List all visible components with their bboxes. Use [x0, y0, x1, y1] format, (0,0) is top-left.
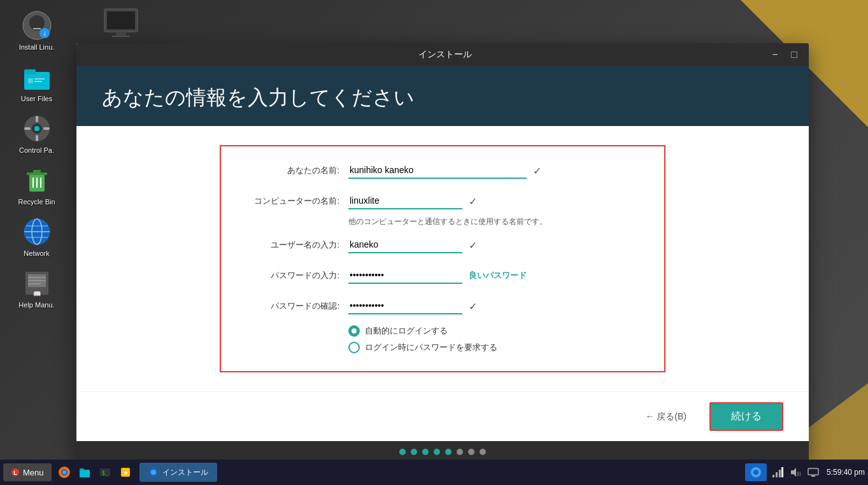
desktop-icon-user-files[interactable]: User Files: [8, 58, 66, 106]
maximize-button[interactable]: □: [787, 48, 801, 62]
taskbar-volume-icon[interactable]: )))): [788, 465, 802, 479]
require-password-row: ログイン時にパスワードを要求する: [246, 342, 639, 353]
taskbar-network-icon[interactable]: [771, 465, 785, 479]
name-input[interactable]: [348, 162, 527, 179]
require-password-label: ログイン時にパスワードを要求する: [365, 342, 497, 353]
svg-rect-37: [112, 36, 130, 37]
menu-icon: L: [11, 468, 20, 477]
desktop-icon-help[interactable]: 📖 Help Manu.: [8, 264, 66, 313]
computer-input[interactable]: [348, 193, 462, 209]
auto-login-radio-circle: [348, 325, 360, 337]
svg-text:L: L: [13, 470, 17, 476]
svg-rect-7: [28, 78, 33, 83]
svg-rect-15: [43, 127, 50, 130]
installer-window: インストール − □ あなたの情報を入力してください あなたの名前: ✓: [76, 43, 809, 463]
help-label: Help Manu.: [18, 301, 54, 309]
confirm-input[interactable]: [348, 298, 462, 314]
dot-4: [434, 449, 440, 455]
desktop-icon-recycle-bin[interactable]: Recycle Bin: [8, 161, 66, 209]
computer-check-icon: ✓: [469, 195, 477, 207]
window-titlebar: インストール − □: [76, 43, 809, 66]
continue-button[interactable]: 続ける: [709, 402, 783, 431]
username-field-wrap: ✓: [348, 237, 639, 253]
taskbar-active-icon[interactable]: [745, 463, 767, 481]
auto-login-row: 自動的にログインする: [246, 325, 639, 337]
svg-rect-6: [24, 69, 36, 74]
name-field-wrap: ✓: [348, 162, 639, 179]
taskbar-right-area: )))) 5:59:40 pm: [745, 463, 865, 481]
recycle-bin-label: Recycle Bin: [18, 198, 55, 206]
svg-rect-36: [116, 32, 126, 36]
taskbar-quick-icons: $_ ★: [55, 463, 134, 481]
name-label: あなたの名前:: [246, 165, 348, 176]
dot-8: [480, 449, 486, 455]
taskbar-terminal-icon[interactable]: $_: [96, 463, 114, 481]
svg-rect-8: [34, 78, 45, 80]
svg-rect-13: [36, 135, 38, 141]
dot-1: [399, 449, 406, 455]
auto-login-radio[interactable]: 自動的にログインする: [348, 325, 448, 337]
window-content: あなたの名前: ✓ コンピューターの名前: ✓ 他のコンピューターと通信するとき…: [76, 126, 809, 391]
password-input[interactable]: [348, 267, 462, 284]
username-label: ユーザー名の入力:: [246, 239, 348, 251]
computer-label: コンピューターの名前:: [246, 195, 348, 207]
taskbar-files-icon[interactable]: [76, 463, 94, 481]
password-label: パスワードの入力:: [246, 270, 348, 281]
svg-rect-9: [34, 81, 42, 82]
svg-rect-2: [33, 28, 41, 29]
username-row: ユーザー名の入力: ✓: [246, 234, 639, 257]
taskbar-screen-icon[interactable]: [806, 465, 820, 479]
confirm-label: パスワードの確認:: [246, 300, 348, 312]
taskbar-extra-icon[interactable]: ★: [117, 463, 134, 481]
window-footer: ← 戻る(B) 続ける: [76, 391, 809, 441]
computer-name-row: コンピューターの名前: ✓: [246, 190, 639, 213]
control-panel-label: Control Pa.: [19, 146, 54, 154]
window-controls: − □: [768, 48, 801, 62]
menu-button[interactable]: L Menu: [3, 463, 52, 481]
username-check-icon: ✓: [469, 239, 477, 251]
svg-rect-55: [779, 470, 781, 477]
svg-point-42: [62, 470, 66, 474]
install-label: Install Linu.: [19, 43, 55, 51]
taskbar-app-label: インストール: [162, 467, 208, 478]
confirm-field-wrap: ✓: [348, 298, 639, 314]
dot-7: [468, 449, 474, 455]
window-title: インストール: [418, 49, 472, 60]
dot-2: [411, 449, 417, 455]
auto-login-label: 自動的にログインする: [365, 325, 448, 337]
confirm-check-icon: ✓: [469, 300, 477, 313]
svg-rect-19: [33, 170, 41, 172]
username-input[interactable]: [348, 237, 462, 253]
desktop-icon-control-panel[interactable]: Control Pa.: [8, 109, 66, 158]
taskbar-installer-app[interactable]: インストール: [139, 463, 217, 482]
svg-rect-54: [776, 472, 778, 477]
computer-field-wrap: ✓: [348, 193, 639, 209]
svg-point-50: [151, 470, 156, 475]
svg-text:↓: ↓: [43, 29, 46, 38]
monitor-icon: [102, 6, 140, 41]
desktop: ↓ Install Linu. User Files: [0, 0, 868, 485]
svg-point-16: [34, 126, 39, 131]
svg-text:★: ★: [122, 469, 128, 476]
desktop-icon-network[interactable]: Network: [8, 213, 66, 261]
svg-text:$_: $_: [102, 470, 108, 476]
tools-icon: [22, 113, 52, 144]
svg-rect-60: [811, 475, 815, 477]
desktop-icon-install[interactable]: ↓ Install Linu.: [8, 6, 66, 55]
svg-rect-12: [36, 116, 38, 122]
help-icon: 📖: [22, 268, 52, 299]
taskbar-time: 5:59:40 pm: [827, 468, 865, 477]
window-header: あなたの情報を入力してください: [76, 66, 809, 126]
svg-rect-44: [80, 468, 84, 471]
require-password-radio[interactable]: ログイン時にパスワードを要求する: [348, 342, 497, 353]
desktop-sidebar: ↓ Install Linu. User Files: [0, 0, 73, 460]
taskbar-firefox-icon[interactable]: [55, 463, 73, 481]
globe-icon: [22, 216, 52, 247]
user-files-label: User Files: [21, 95, 53, 102]
back-button[interactable]: ← 戻る(B): [635, 406, 697, 428]
taskbar-app-icon: [148, 467, 159, 477]
password-strength: 良いパスワード: [469, 270, 527, 281]
minimize-button[interactable]: −: [768, 48, 782, 62]
taskbar: L Menu $_: [0, 460, 868, 485]
confirm-row: パスワードの確認: ✓: [246, 295, 639, 318]
